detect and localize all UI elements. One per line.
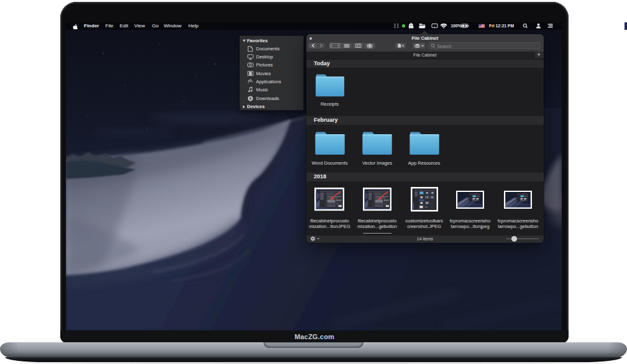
svg-text:Fri 12:21 PM: Fri 12:21 PM bbox=[489, 24, 514, 28]
svg-text:100%: 100% bbox=[451, 24, 461, 28]
